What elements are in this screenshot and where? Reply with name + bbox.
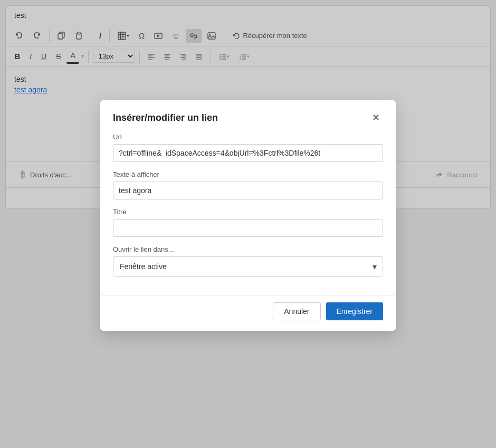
modal-body: Url Texte à afficher Titre Ouvrir le lie… xyxy=(100,133,396,296)
title-field-label: Titre xyxy=(113,208,383,216)
modal-title: Insérer/modifier un lien xyxy=(113,112,218,123)
display-text-label: Texte à afficher xyxy=(113,170,383,178)
insert-link-modal: Insérer/modifier un lien ✕ Url Texte à a… xyxy=(100,100,396,331)
open-link-label: Ouvrir le lien dans... xyxy=(113,245,383,253)
title-field-input[interactable] xyxy=(113,219,383,237)
open-link-form-group: Ouvrir le lien dans... Fenêtre active No… xyxy=(113,245,383,277)
display-text-form-group: Texte à afficher xyxy=(113,170,383,199)
open-link-select[interactable]: Fenêtre active Nouvelle fenêtre Même fen… xyxy=(113,256,383,277)
display-text-input[interactable] xyxy=(113,182,383,199)
save-button[interactable]: Enregistrer xyxy=(326,302,383,320)
modal-header: Insérer/modifier un lien ✕ xyxy=(100,100,396,133)
modal-overlay: Insérer/modifier un lien ✕ Url Texte à a… xyxy=(0,0,496,448)
url-input[interactable] xyxy=(113,144,383,162)
modal-close-button[interactable]: ✕ xyxy=(369,111,383,125)
modal-footer: Annuler Enregistrer xyxy=(100,296,396,331)
url-form-group: Url xyxy=(113,133,383,162)
url-label: Url xyxy=(113,133,383,141)
title-form-group: Titre xyxy=(113,208,383,237)
cancel-button[interactable]: Annuler xyxy=(273,302,320,320)
open-link-select-wrapper: Fenêtre active Nouvelle fenêtre Même fen… xyxy=(113,256,383,277)
